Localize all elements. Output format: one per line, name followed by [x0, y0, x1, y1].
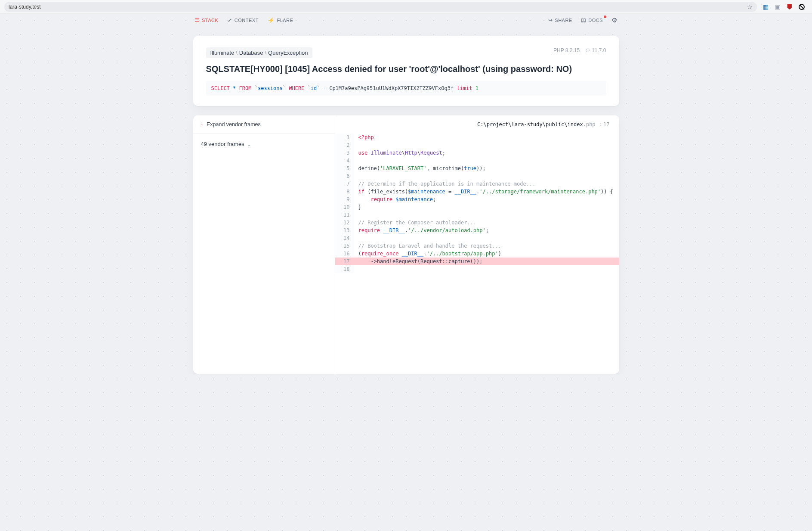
nav-docs-label: DOCS	[588, 18, 603, 23]
source-line-sep: :	[596, 121, 602, 127]
code-text: // Determine if the application is in ma…	[354, 180, 619, 188]
line-number: 6	[335, 172, 354, 180]
code-line: 1<?php	[335, 134, 619, 141]
code-text: use Illuminate\Http\Request;	[354, 149, 619, 157]
nav-flare-label: FLARE	[277, 18, 293, 23]
code-line: 16(require_once __DIR__.'/../bootstrap/a…	[335, 250, 619, 258]
vendor-count-label: 49 vendor frames	[201, 141, 244, 147]
code-line: 2	[335, 141, 619, 149]
expand-icon: ⤢	[228, 17, 232, 23]
nav-context[interactable]: ⤢ CONTEXT	[228, 17, 259, 23]
browser-address-bar: lara-study.test ☆ ▦ ▣ ⛊	[0, 0, 812, 14]
code-line: 6	[335, 172, 619, 180]
exception-title: SQLSTATE[HY000] [1045] Access denied for…	[206, 64, 606, 74]
line-number: 18	[335, 265, 354, 273]
code-line: 9 require $maintenance;	[335, 196, 619, 203]
ignition-top-nav: ☰ STACK ⤢ CONTEXT ⚡ FLARE ↪ SHARE 🕮 DOCS…	[193, 14, 619, 27]
bookmark-star-icon[interactable]: ☆	[747, 3, 753, 10]
nav-flare[interactable]: ⚡ FLARE	[268, 17, 293, 23]
extension-apps-icon[interactable]: ▦	[762, 3, 769, 10]
chevron-down-icon: ⌄	[247, 141, 251, 147]
code-line: 12// Register the Composer autoloader...	[335, 219, 619, 227]
line-number: 3	[335, 149, 354, 157]
stack-icon: ☰	[195, 17, 200, 23]
nav-context-label: CONTEXT	[235, 18, 259, 23]
code-text: if (file_exists($maintenance = __DIR__.'…	[354, 188, 619, 196]
code-text: // Register the Composer autoloader...	[354, 219, 619, 227]
expand-label: Expand vendor frames	[207, 121, 261, 127]
source-file-ext: .php	[583, 121, 596, 127]
code-line: 17 ->handleRequest(Request::capture());	[335, 258, 619, 265]
nav-share-label: SHARE	[555, 18, 572, 23]
nav-docs[interactable]: 🕮 DOCS	[581, 17, 603, 23]
exception-card: Illuminate\ Database\ QueryException PHP…	[193, 36, 619, 106]
line-number: 12	[335, 219, 354, 227]
nav-share[interactable]: ↪ SHARE	[548, 17, 572, 23]
code-text: require $maintenance;	[354, 196, 619, 203]
docs-notification-dot	[604, 16, 606, 18]
code-view: C:\project\lara-study\public\index.php :…	[335, 115, 619, 374]
code-text	[354, 141, 619, 149]
flare-icon: ⚡	[268, 17, 275, 23]
code-text: // Bootstrap Laravel and handle the requ…	[354, 242, 619, 250]
ns-part-0: Illuminate	[210, 50, 235, 56]
frame-list: ↕ Expand vendor frames 49 vendor frames …	[193, 115, 335, 374]
nav-stack-label: STACK	[202, 18, 218, 23]
code-line: 4	[335, 157, 619, 165]
laravel-version: 11.7.0	[592, 47, 606, 53]
code-text	[354, 157, 619, 165]
code-text	[354, 172, 619, 180]
source-highlight-line: 17	[603, 121, 609, 127]
expand-vendor-frames[interactable]: ↕ Expand vendor frames	[193, 115, 335, 134]
settings-gear-icon[interactable]: ⚙	[611, 16, 617, 24]
php-version: PHP 8.2.15	[553, 47, 580, 53]
ns-part-2: QueryException	[268, 50, 308, 56]
line-number: 13	[335, 227, 354, 234]
code-line: 8if (file_exists($maintenance = __DIR__.…	[335, 188, 619, 196]
share-icon: ↪	[548, 17, 553, 23]
line-number: 2	[335, 141, 354, 149]
code-text	[354, 265, 619, 273]
line-number: 9	[335, 196, 354, 203]
line-number: 11	[335, 211, 354, 219]
nav-stack[interactable]: ☰ STACK	[195, 17, 219, 23]
code-text: define('LARAVEL_START', microtime(true))…	[354, 165, 619, 172]
line-number: 15	[335, 242, 354, 250]
docs-icon: 🕮	[581, 17, 587, 23]
line-number: 8	[335, 188, 354, 196]
code-line: 5define('LARAVEL_START', microtime(true)…	[335, 165, 619, 172]
exception-namespace-chip: Illuminate\ Database\ QueryException	[206, 47, 312, 58]
code-line: 15// Bootstrap Laravel and handle the re…	[335, 242, 619, 250]
sql-preview: SELECT * FROM `sessions` WHERE `id` = Cp…	[206, 81, 606, 96]
source-file-path: C:\project\lara-study\public\index	[477, 121, 583, 127]
line-number: 1	[335, 134, 354, 141]
line-number: 7	[335, 180, 354, 188]
vendor-frames-row[interactable]: 49 vendor frames ⌄	[193, 134, 335, 154]
code-text: require __DIR__.'/../vendor/autoload.php…	[354, 227, 619, 234]
code-body: 1<?php23use Illuminate\Http\Request;45de…	[335, 134, 619, 273]
line-number: 4	[335, 157, 354, 165]
line-number: 10	[335, 203, 354, 211]
line-number: 17	[335, 258, 354, 265]
line-number: 16	[335, 250, 354, 258]
code-text	[354, 211, 619, 219]
code-line: 18	[335, 265, 619, 273]
ns-part-1: Database	[239, 50, 263, 56]
stack-pane: ↕ Expand vendor frames 49 vendor frames …	[193, 115, 619, 374]
code-line: 3use Illuminate\Http\Request;	[335, 149, 619, 157]
code-line: 13require __DIR__.'/../vendor/autoload.p…	[335, 227, 619, 234]
code-text	[354, 234, 619, 242]
code-line: 10}	[335, 203, 619, 211]
code-line: 7// Determine if the application is in m…	[335, 180, 619, 188]
code-line: 11	[335, 211, 619, 219]
extension-generic-icon[interactable]: ▣	[774, 3, 781, 10]
line-number: 14	[335, 234, 354, 242]
address-url: lara-study.test	[9, 4, 747, 10]
address-wrap[interactable]: lara-study.test ☆	[4, 2, 757, 12]
expand-icon: ↕	[201, 122, 204, 127]
line-number: 5	[335, 165, 354, 172]
code-text: }	[354, 203, 619, 211]
extension-adblock-icon[interactable]: ⛊	[786, 3, 793, 10]
code-text: <?php	[354, 134, 619, 141]
extension-block-icon[interactable]	[798, 3, 805, 10]
